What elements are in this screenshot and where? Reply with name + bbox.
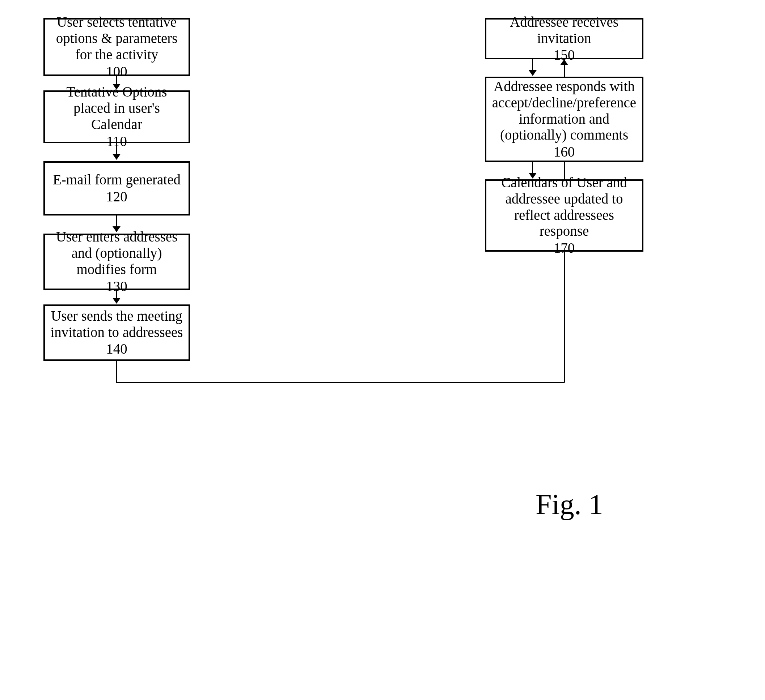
figure-label: Fig. 1 — [535, 488, 603, 521]
flow-box-text: User selects tentative options & paramet… — [49, 14, 184, 63]
flow-box-ref: 170 — [554, 240, 575, 256]
flow-box-text: User enters addresses and (optionally) m… — [49, 229, 184, 278]
flow-box-100: User selects tentative options & paramet… — [43, 18, 190, 76]
connector-horizontal — [116, 382, 565, 383]
flow-box-text: User sends the meeting invitation to add… — [49, 308, 184, 341]
flowchart-diagram: User selects tentative options & paramet… — [43, 18, 731, 416]
arrow-150-160 — [532, 59, 533, 75]
arrow-110-120 — [116, 143, 117, 159]
flow-box-text: Calendars of User and addressee updated … — [491, 175, 638, 239]
flow-box-ref: 140 — [106, 341, 128, 357]
flow-box-120: E-mail form generated 120 — [43, 161, 190, 215]
flow-box-text: E-mail form generated — [53, 172, 181, 188]
flow-box-text: Addressee receives invitation — [491, 14, 638, 47]
flow-box-ref: 150 — [554, 47, 575, 63]
flow-box-150: Addressee receives invitation 150 — [485, 18, 644, 59]
flow-box-text: Addressee responds with accept/decline/p… — [491, 78, 638, 143]
arrow-130-140 — [116, 290, 117, 303]
flow-box-ref: 160 — [554, 144, 575, 160]
connector-140-down — [116, 361, 117, 382]
flow-box-160: Addressee responds with accept/decline/p… — [485, 77, 644, 162]
flow-box-110: Tentative Options placed in user's Calen… — [43, 90, 190, 143]
flow-box-130: User enters addresses and (optionally) m… — [43, 234, 190, 290]
flow-box-140: User sends the meeting invitation to add… — [43, 304, 190, 361]
flow-box-text: Tentative Options placed in user's Calen… — [49, 84, 184, 133]
flow-box-ref: 120 — [106, 189, 128, 205]
flow-box-170: Calendars of User and addressee updated … — [485, 179, 644, 252]
